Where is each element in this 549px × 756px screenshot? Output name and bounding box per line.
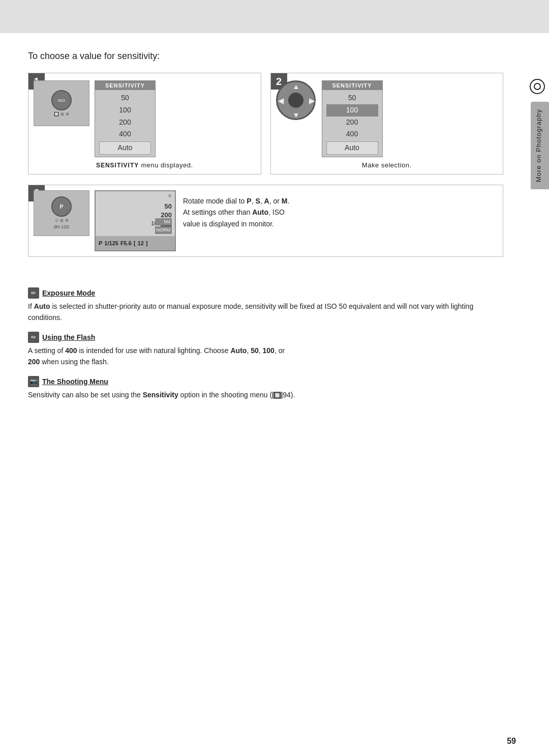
note-menu-header: 📷 The Shooting Menu <box>28 376 503 387</box>
pencil-icon-flash: ✏ <box>28 332 39 343</box>
step3-icon-1: ⊙ <box>55 218 58 223</box>
page-number: 59 <box>507 737 516 746</box>
step2-sens-val-200: 200 <box>346 118 358 126</box>
dpad-arrows: ▲ ▼ ◀ ▶ <box>276 80 317 121</box>
sens-val-50: 50 <box>121 94 129 102</box>
step3-text-e1: . <box>287 197 289 205</box>
note-exposure-post: is selected in shutter-priority auto or … <box>28 302 473 322</box>
note-exposure-body: If Auto is selected in shutter-priority … <box>28 301 503 324</box>
step3-text-d1: , or <box>269 197 282 205</box>
flash-or: , or <box>274 346 285 355</box>
monitor-mode: P <box>99 240 102 246</box>
step2-sens-val-auto: Auto <box>326 141 378 155</box>
step3-icon-3: ⚙ <box>65 218 69 223</box>
cam-small-icon-2: ⊞ <box>60 112 64 117</box>
monitor-shutter: 1/125 <box>104 240 118 246</box>
notes-section: ✏ Exposure Mode If Auto is selected in s… <box>28 287 503 400</box>
step3-bold-a: A <box>264 197 269 205</box>
arrow-up-icon: ▲ <box>293 82 300 91</box>
step-1-camera-thumb: ISO 🔲 ⊞ ⚙ <box>34 80 89 126</box>
note-menu-title: The Shooting Menu <box>42 377 108 386</box>
step-3-monitor: ① 50 200 100400 5M NORM P 1/125 F5.6 [ 1… <box>95 190 176 251</box>
note-shooting-menu: 📷 The Shooting Menu Sensitivity can also… <box>28 376 503 400</box>
step2-sens-val-50: 50 <box>348 94 356 102</box>
step3-text-pre2: At settings other than <box>183 208 252 216</box>
cam-small-icon-3: ⚙ <box>66 112 69 117</box>
step-3-line1: Rotate mode dial to P, S, A, or M. <box>183 195 498 207</box>
step-1-caption-rest: menu displayed. <box>139 161 193 169</box>
step-1-caption-bold: SENSITIVITY <box>96 162 139 169</box>
step2-sens-val-100-highlighted: 100 <box>326 104 378 117</box>
step-3-text: Rotate mode dial to P, S, A, or M. At se… <box>183 190 498 251</box>
note-exposure-header: ✏ Exposure Mode <box>28 287 503 299</box>
step-1-content: ISO 🔲 ⊞ ⚙ SENSITIVITY 50 100 <box>34 80 256 157</box>
sidebar-circle-icon <box>530 79 545 94</box>
sens-val-auto: Auto <box>99 141 151 155</box>
flash-comma2: , <box>259 346 263 355</box>
monitor-aperture: F5.6 <box>120 240 132 246</box>
step-2-dpad: ▲ ▼ ◀ ▶ <box>276 80 317 121</box>
step3-bold-p: P <box>247 197 251 205</box>
arrow-left-icon: ◀ <box>278 97 284 105</box>
cam-small-icon-1: 🔲 <box>54 112 59 117</box>
cam-dial-1: ISO <box>51 90 72 110</box>
step3-bold-m: M <box>282 197 288 205</box>
step3-text-pre1: Rotate mode dial to <box>183 197 247 205</box>
note-flash-title: Using the Flash <box>42 333 95 341</box>
monitor-5m: 5M <box>155 218 172 226</box>
step-3-box: 3 P ⊙ ⊞ ⚙ dH 13S ① <box>28 185 503 257</box>
step-1-sens-menu: SENSITIVITY 50 100 200 400 Auto <box>95 80 156 157</box>
note-using-flash: ✏ Using the Flash A setting of 400 is in… <box>28 332 503 368</box>
step-1-sens-title: SENSITIVITY <box>95 81 155 90</box>
monitor-top-icon: ① <box>168 193 172 198</box>
menu-bold: Sensitivity <box>143 391 178 399</box>
monitor-right-info: 5M NORM <box>155 218 172 234</box>
note-exposure-mode: ✏ Exposure Mode If Auto is selected in s… <box>28 287 503 324</box>
note-exposure-pre: If <box>28 302 34 310</box>
cam-dial-iso-label: ISO <box>58 98 65 103</box>
menu-page: 94). <box>283 391 295 399</box>
step3-text-c1: , <box>260 197 264 205</box>
cam-icons-row-1: 🔲 ⊞ ⚙ <box>54 112 69 117</box>
cam-body-1: ISO 🔲 ⊞ ⚙ <box>34 81 89 126</box>
intro-text: To choose a value for sensitivity: <box>28 51 503 62</box>
flash-pre: A setting of <box>28 346 65 355</box>
pencil-icon-exposure: ✏ <box>28 287 39 299</box>
step2-sens-val-400: 400 <box>346 130 358 138</box>
step-2-sens-menu: SENSITIVITY 50 100 200 400 Auto <box>322 80 383 157</box>
step-1-caption: SENSITIVITY menu displayed. <box>34 161 256 169</box>
arrow-right-icon: ▶ <box>309 97 315 105</box>
step-1-sens-values: 50 100 200 400 Auto <box>95 90 155 157</box>
flash-bold5: 200 <box>28 358 40 366</box>
flash-end: when using the flash. <box>40 358 108 366</box>
step-2-content: ▲ ▼ ◀ ▶ SENSITIVITY 50 100 200 400 Auto <box>276 80 498 157</box>
cam-body-3: P ⊙ ⊞ ⚙ dH 13S <box>34 191 89 236</box>
monitor-iso-50: 50 <box>165 202 172 211</box>
cam-icons-row-3: ⊙ ⊞ ⚙ <box>55 218 69 223</box>
monitor-bracket-close: ] <box>146 240 148 246</box>
flash-bold3: 50 <box>251 346 259 355</box>
step-2-sens-title: SENSITIVITY <box>322 81 382 90</box>
flash-bold1: 400 <box>65 346 77 355</box>
monitor-frames: 12 <box>138 240 144 246</box>
step-2-sens-values: 50 100 200 400 Auto <box>322 90 382 157</box>
step-3-line2: At settings other than Auto, ISO <box>183 207 498 218</box>
menu-pre: Sensitivity can also be set using the <box>28 391 143 399</box>
step3-bold-auto: Auto <box>252 208 268 216</box>
sens-val-100: 100 <box>119 106 131 114</box>
step-3-line3: value is displayed in monitor. <box>183 218 498 229</box>
top-bar <box>0 0 549 33</box>
note-flash-header: ✏ Using the Flash <box>28 332 503 343</box>
step3-text-post2: , ISO <box>268 208 285 216</box>
flash-bold4: 100 <box>263 346 274 355</box>
sens-val-400: 400 <box>119 130 131 138</box>
sens-val-200: 200 <box>119 118 131 126</box>
step3-icon-2: ⊞ <box>60 218 64 223</box>
camera-icon-menu: 📷 <box>28 376 39 387</box>
cam-dial-p-label: P <box>60 204 64 210</box>
step-3-left: P ⊙ ⊞ ⚙ dH 13S ① 50 200 100400 <box>34 190 176 251</box>
cam-dial-3: P <box>51 196 72 217</box>
main-content: To choose a value for sensitivity: 1 ISO… <box>28 0 518 400</box>
note-exposure-bold: Auto <box>34 302 50 310</box>
step-2-box: 2 ▲ ▼ ◀ ▶ SENSITIVITY <box>270 73 504 175</box>
